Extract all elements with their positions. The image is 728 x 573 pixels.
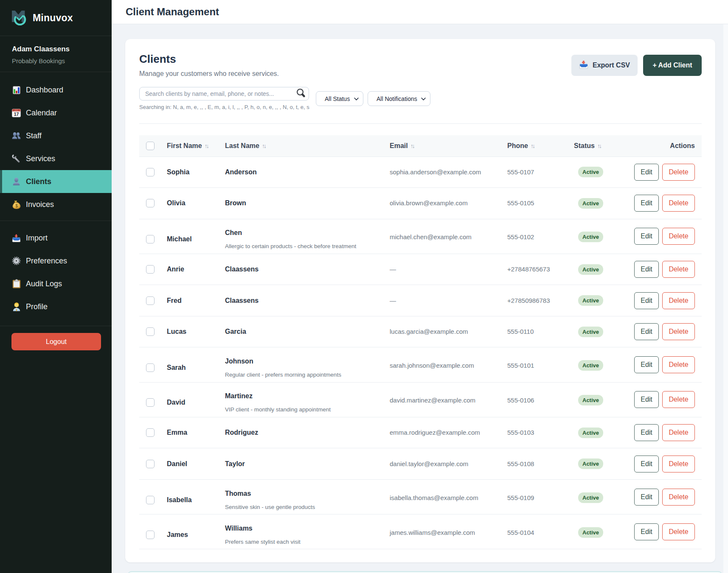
svg-text:$: $ — [15, 204, 18, 208]
svg-text:17: 17 — [14, 111, 19, 116]
